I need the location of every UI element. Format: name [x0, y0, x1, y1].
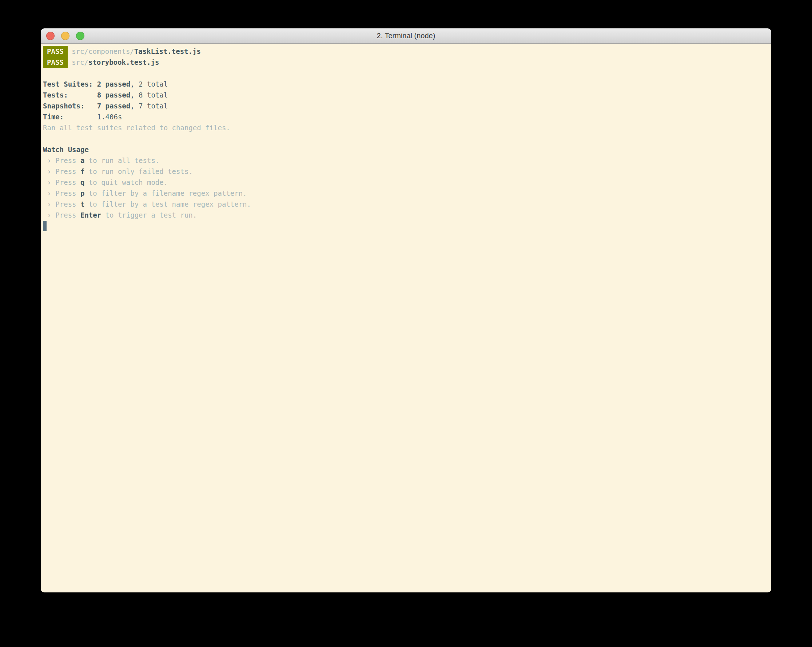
text-segment: to filter by a filename regex pattern.: [84, 189, 247, 197]
terminal-line: [43, 68, 769, 79]
text-segment: Time:: [43, 113, 97, 121]
text-segment: to trigger a test run.: [101, 211, 197, 219]
text-segment: src/components/: [68, 47, 134, 55]
text-segment: Snapshots:: [43, 102, 97, 110]
terminal-line: › Press f to run only failed tests.: [43, 166, 769, 177]
terminal-line: PASS src/components/TaskList.test.js: [43, 46, 769, 57]
terminal-line: Time: 1.406s: [43, 112, 769, 122]
text-segment: a: [80, 156, 84, 164]
text-segment: 1.406s: [97, 113, 122, 121]
text-segment: Tests:: [43, 91, 97, 99]
terminal-line: Test Suites: 2 passed, 2 total: [43, 79, 769, 90]
text-segment: to run only failed tests.: [84, 167, 192, 175]
text-segment: › Press: [43, 211, 80, 219]
text-segment: TaskList.test.js: [134, 47, 201, 55]
text-segment: to filter by a test name regex pattern.: [84, 200, 251, 208]
text-segment: to run all tests.: [84, 156, 159, 164]
close-button[interactable]: [46, 32, 55, 40]
minimize-button[interactable]: [61, 32, 69, 40]
text-segment: q: [80, 178, 84, 186]
window-title: 2. Terminal (node): [41, 28, 771, 43]
text-segment: 2 passed: [97, 80, 131, 88]
text-segment: › Press: [43, 189, 80, 197]
terminal-line: Ran all test suites related to changed f…: [43, 122, 769, 133]
terminal-line: [43, 133, 769, 144]
text-segment: src/: [68, 58, 89, 66]
text-segment: Test Suites:: [43, 80, 97, 88]
terminal-line: PASS src/storybook.test.js: [43, 57, 769, 68]
text-segment: › Press: [43, 167, 80, 175]
text-segment: Watch Usage: [43, 145, 89, 154]
terminal-line: Snapshots: 7 passed, 7 total: [43, 101, 769, 112]
text-segment: Enter: [80, 211, 101, 219]
terminal-line: › Press a to run all tests.: [43, 155, 769, 166]
text-segment: , 8 total: [130, 91, 168, 99]
text-segment: storybook.test.js: [89, 58, 159, 66]
terminal-window: 2. Terminal (node) PASS src/components/T…: [41, 28, 771, 592]
text-segment: , 2 total: [130, 80, 168, 88]
text-segment: t: [80, 200, 84, 208]
text-segment: 7 passed: [97, 102, 131, 110]
text-segment: › Press: [43, 200, 80, 208]
terminal-line: › Press q to quit watch mode.: [43, 177, 769, 188]
terminal-cursor: [43, 221, 47, 231]
terminal-line: › Press t to filter by a test name regex…: [43, 199, 769, 210]
pass-badge: PASS: [43, 57, 68, 68]
text-segment: , 7 total: [130, 102, 168, 110]
text-segment: to quit watch mode.: [84, 178, 168, 186]
terminal-body[interactable]: PASS src/components/TaskList.test.jsPASS…: [41, 44, 771, 592]
text-segment: 8 passed: [97, 91, 131, 99]
terminal-line: › Press Enter to trigger a test run.: [43, 210, 769, 220]
text-segment: › Press: [43, 178, 80, 186]
traffic-lights: [46, 28, 84, 43]
zoom-button[interactable]: [76, 32, 84, 40]
terminal-line: Tests: 8 passed, 8 total: [43, 90, 769, 101]
terminal-line: [43, 220, 769, 231]
desktop-background: 2. Terminal (node) PASS src/components/T…: [0, 0, 812, 647]
terminal-line: Watch Usage: [43, 144, 769, 155]
text-segment: p: [80, 189, 84, 197]
text-segment: f: [80, 167, 84, 175]
window-titlebar[interactable]: 2. Terminal (node): [41, 28, 771, 44]
text-segment: Ran all test suites related to changed f…: [43, 124, 230, 132]
text-segment: › Press: [43, 156, 80, 164]
pass-badge: PASS: [43, 46, 68, 57]
terminal-line: › Press p to filter by a filename regex …: [43, 188, 769, 199]
